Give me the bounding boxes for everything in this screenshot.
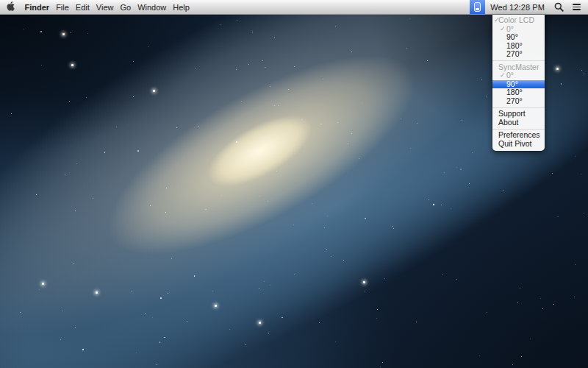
menu-item-label: 180° bbox=[506, 41, 523, 50]
menu-item-label: Support bbox=[498, 109, 526, 118]
checkmark-icon: ✓ bbox=[500, 71, 506, 80]
menu-bar-left: FinderFileEditViewGoWindowHelp bbox=[0, 0, 193, 14]
menu-bar-item-file[interactable]: File bbox=[53, 0, 73, 14]
menu-bar-item-go[interactable]: Go bbox=[117, 0, 135, 14]
checkmark-icon: ✓ bbox=[494, 16, 500, 25]
spotlight-search-icon[interactable] bbox=[550, 0, 568, 14]
checkmark-icon: ✓ bbox=[500, 25, 506, 34]
menu-item-label: 90° bbox=[506, 79, 518, 88]
menu-item-label: Quit Pivot bbox=[498, 139, 532, 148]
menu-item-label: 0° bbox=[506, 71, 514, 79]
menu-item-label: 180° bbox=[506, 88, 523, 96]
menu-bar-item-edit[interactable]: Edit bbox=[72, 0, 93, 14]
menu-bar-status-area: Wed 12:28 PM bbox=[470, 0, 588, 14]
menu-item-label: SyncMaster bbox=[498, 63, 539, 71]
apple-logo-icon bbox=[7, 1, 15, 13]
menu-bar: FinderFileEditViewGoWindowHelp Wed 12:28… bbox=[0, 0, 588, 15]
menu-item-label: 270° bbox=[506, 96, 523, 105]
menu-bar-item-view[interactable]: View bbox=[93, 0, 117, 14]
menu-item-label: About bbox=[498, 118, 518, 127]
menu-item-label: Preferences bbox=[498, 130, 540, 139]
rotated-display-icon bbox=[474, 2, 481, 12]
pivot-menu-item-about[interactable]: About bbox=[492, 118, 545, 127]
pivot-menu-item-quit-pivot[interactable]: Quit Pivot bbox=[492, 140, 545, 149]
pivot-menu-item-color-lcd: ✓Color LCD bbox=[492, 16, 545, 25]
pivot-menu-item-syncmaster: SyncMaster bbox=[492, 63, 545, 72]
apple-menu[interactable] bbox=[7, 0, 18, 14]
menu-item-label: Color LCD bbox=[498, 15, 534, 24]
menu-bar-item-help[interactable]: Help bbox=[170, 0, 193, 14]
pivot-menu-item-0: ✓0° bbox=[492, 25, 545, 34]
menu-item-label: 0° bbox=[506, 24, 514, 33]
pivot-menu-item-270[interactable]: 270° bbox=[492, 97, 545, 106]
menu-bar-clock[interactable]: Wed 12:28 PM bbox=[485, 0, 550, 14]
pivot-dropdown-menu: ✓Color LCD✓0°90°180°270°SyncMaster✓0°90°… bbox=[492, 15, 545, 151]
menu-separator bbox=[492, 129, 545, 130]
pivot-status-icon[interactable] bbox=[470, 0, 485, 14]
menu-separator bbox=[492, 60, 545, 61]
desktop: FinderFileEditViewGoWindowHelp Wed 12:28… bbox=[0, 0, 588, 368]
menu-separator bbox=[492, 107, 545, 108]
pivot-menu-item-0: ✓0° bbox=[492, 71, 545, 80]
menu-item-label: 90° bbox=[506, 32, 518, 41]
menu-bar-item-window[interactable]: Window bbox=[135, 0, 170, 14]
menu-item-label: 270° bbox=[506, 49, 523, 58]
menu-bar-menus: FinderFileEditViewGoWindowHelp bbox=[18, 0, 193, 14]
pivot-menu-item-270[interactable]: 270° bbox=[492, 50, 545, 59]
menu-bar-item-finder[interactable]: Finder bbox=[21, 0, 53, 14]
notification-center-icon[interactable] bbox=[568, 0, 585, 14]
